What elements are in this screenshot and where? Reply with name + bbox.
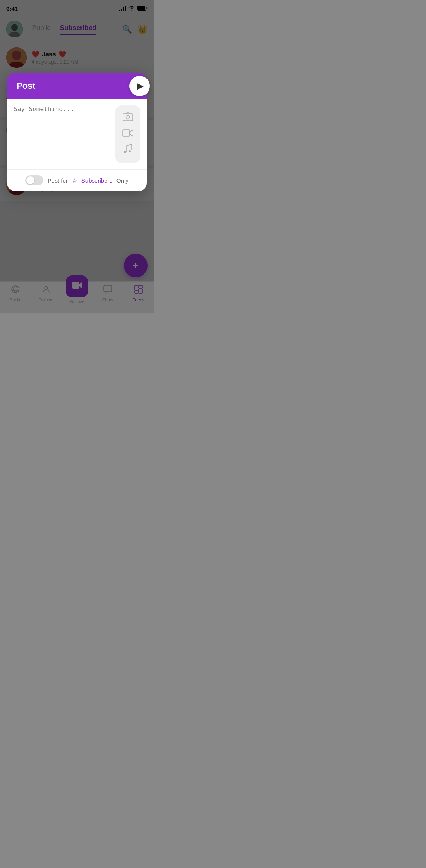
svg-rect-15 — [123, 114, 133, 121]
modal-footer: Post for ☆ Subscribers Only — [7, 169, 147, 191]
send-button[interactable]: ▶ — [129, 76, 150, 96]
modal-body: Post for ☆ Subscribers Only — [7, 99, 147, 191]
svg-point-16 — [126, 116, 130, 119]
music-button[interactable] — [120, 142, 136, 158]
subscribers-label: Subscribers — [81, 177, 112, 184]
modal-input-area — [7, 99, 147, 169]
post-modal: Post ▶ — [7, 73, 147, 191]
subscribers-toggle[interactable] — [25, 175, 43, 185]
post-text-input[interactable] — [13, 105, 112, 163]
send-icon: ▶ — [137, 81, 144, 91]
media-sidebar — [115, 105, 140, 163]
svg-rect-17 — [123, 130, 130, 136]
video-icon — [122, 129, 133, 139]
only-label: Only — [116, 177, 129, 184]
post-for-label: Post for — [47, 177, 68, 184]
modal-title: Post — [17, 81, 36, 91]
modal-header: Post ▶ — [7, 73, 147, 99]
music-icon — [123, 144, 133, 156]
photo-button[interactable] — [120, 110, 136, 126]
photo-icon — [123, 112, 133, 123]
video-button[interactable] — [120, 126, 136, 142]
star-icon: ☆ — [72, 177, 77, 184]
toggle-knob — [26, 176, 34, 184]
